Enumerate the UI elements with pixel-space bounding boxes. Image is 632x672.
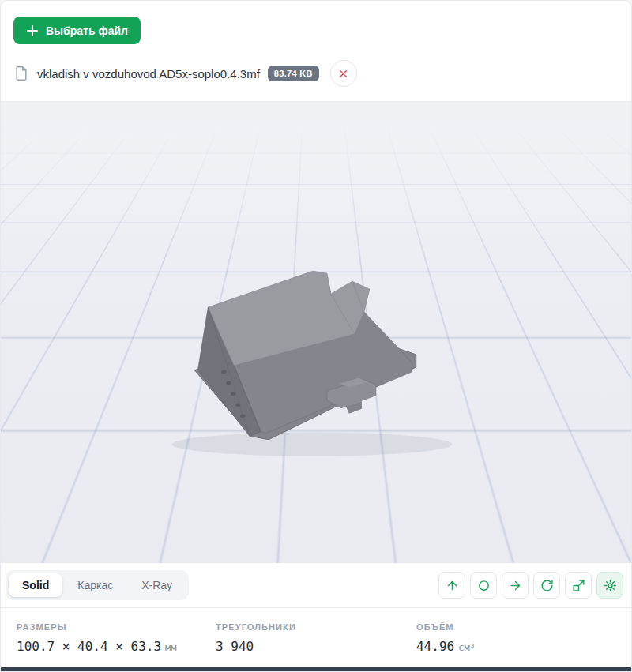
mode-tab-xray[interactable]: X-Ray bbox=[128, 573, 186, 597]
settings-button[interactable] bbox=[596, 572, 623, 599]
model-shadow bbox=[171, 433, 452, 456]
gear-icon bbox=[604, 579, 617, 592]
stat-volume-label: ОБЪЁМ bbox=[416, 622, 615, 632]
rotate-cw-icon bbox=[540, 579, 554, 592]
stat-dimensions-value: 100.7 × 40.4 × 63.3 bbox=[17, 639, 161, 654]
model-uploader-card: Выбрать файл vkladish v vozduhovod AD5x-… bbox=[0, 0, 632, 672]
upload-button[interactable]: Выбрать файл bbox=[13, 17, 141, 44]
file-row: vkladish v vozduhovod AD5x-soplo0.4.3mf … bbox=[13, 58, 619, 88]
circle-icon bbox=[477, 579, 491, 592]
fit-to-view-button[interactable] bbox=[565, 572, 592, 599]
plus-icon bbox=[26, 24, 39, 37]
stat-volume-unit: см³ bbox=[458, 642, 476, 653]
rotate-button[interactable] bbox=[533, 572, 560, 599]
viewer-toolbar: Solid Каркас X-Ray bbox=[1, 563, 631, 607]
render-mode-switch: Solid Каркас X-Ray bbox=[6, 570, 189, 600]
file-icon bbox=[13, 65, 29, 82]
file-size-badge: 83.74 KB bbox=[268, 66, 319, 81]
model-3d bbox=[1, 102, 631, 563]
stat-volume: ОБЪЁМ 44.96 см³ bbox=[416, 622, 615, 667]
upload-button-label: Выбрать файл bbox=[46, 24, 128, 37]
fit-icon bbox=[572, 579, 585, 592]
stat-dimensions: РАЗМЕРЫ 100.7 × 40.4 × 63.3 мм bbox=[17, 622, 216, 667]
stat-dimensions-label: РАЗМЕРЫ bbox=[17, 622, 216, 632]
viewer-tools bbox=[438, 572, 623, 599]
mode-tab-solid[interactable]: Solid bbox=[9, 573, 62, 597]
stat-volume-value: 44.96 bbox=[416, 639, 454, 654]
stats-bar: РАЗМЕРЫ 100.7 × 40.4 × 63.3 мм ТРЕУГОЛЬН… bbox=[1, 607, 631, 667]
stat-triangles-label: ТРЕУГОЛЬНИКИ bbox=[216, 622, 416, 632]
viewer-canvas[interactable] bbox=[1, 102, 631, 563]
orbit-button[interactable] bbox=[470, 572, 497, 599]
remove-file-button[interactable] bbox=[330, 60, 357, 87]
arrow-up-icon bbox=[446, 579, 459, 592]
bottom-strip bbox=[1, 667, 631, 672]
mode-tab-wireframe[interactable]: Каркас bbox=[64, 573, 126, 597]
move-up-button[interactable] bbox=[438, 572, 465, 599]
close-icon bbox=[337, 68, 349, 80]
move-right-button[interactable] bbox=[502, 572, 529, 599]
file-name: vkladish v vozduhovod AD5x-soplo0.4.3mf bbox=[37, 67, 260, 81]
header: Выбрать файл vkladish v vozduhovod AD5x-… bbox=[1, 1, 631, 102]
stat-dimensions-unit: мм bbox=[165, 642, 176, 653]
stat-triangles-value: 3 940 bbox=[216, 639, 254, 654]
stat-triangles: ТРЕУГОЛЬНИКИ 3 940 bbox=[216, 622, 416, 667]
arrow-right-icon bbox=[509, 579, 522, 592]
